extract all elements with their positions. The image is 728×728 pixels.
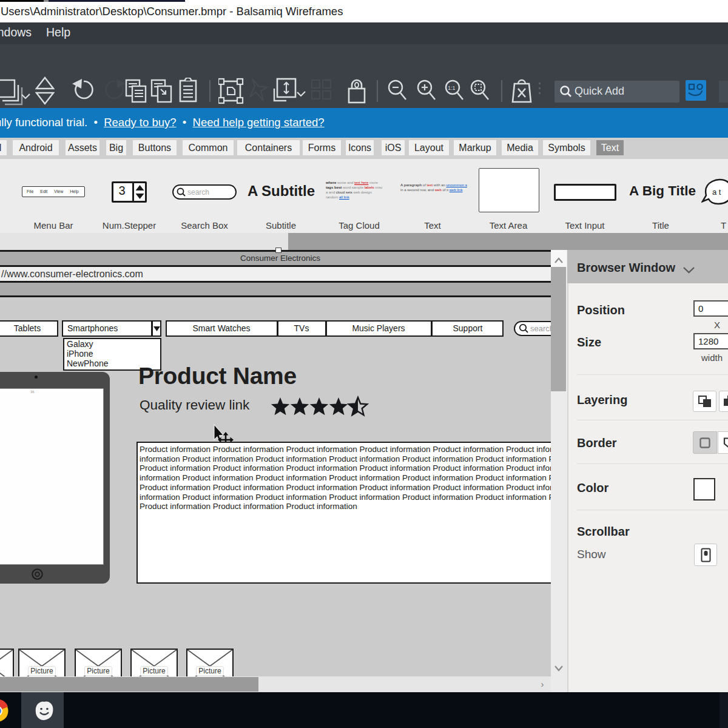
svg-text:1:1: 1:1 [448, 85, 456, 91]
svg-text:a t: a t [712, 187, 721, 197]
